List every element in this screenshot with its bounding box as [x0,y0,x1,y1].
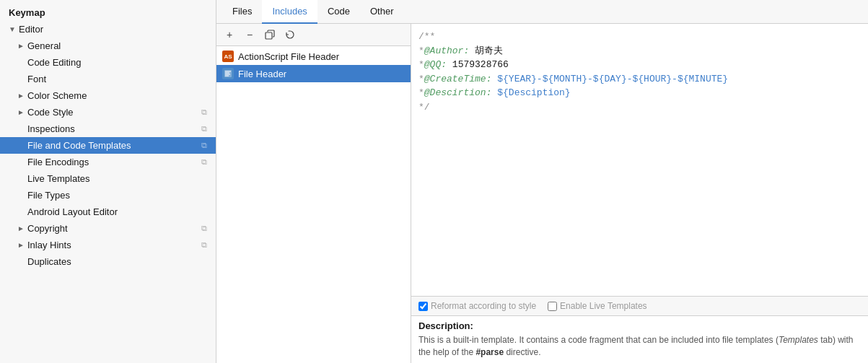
reformat-checkbox-group: Reformat according to style [418,301,536,311]
sidebar-item-color-scheme[interactable]: ► Color Scheme [0,87,216,104]
tab-other[interactable]: Other [360,0,404,24]
arrow-icon: ► [17,42,26,50]
code-line-6: */ [418,100,861,115]
description-text-3: directive. [504,347,540,357]
description-text-1: This is a built-in template. It contains… [418,335,779,345]
svg-rect-0 [266,32,272,39]
sidebar-item-label: Code Editing [27,57,81,68]
copy-icon: ⧉ [201,124,207,134]
arrow-icon [17,191,26,199]
arrow-icon [17,75,26,83]
copy-icon: ⧉ [201,141,207,150]
live-templates-label: Enable Live Templates [560,301,647,311]
sidebar-item-editor[interactable]: ▼ Editor [0,21,216,38]
arrow-icon: ► [17,92,26,100]
description-text: This is a built-in template. It contains… [418,334,861,359]
tab-code[interactable]: Code [317,0,360,24]
remove-button[interactable]: − [241,27,258,43]
sidebar-item-label: Copyright [27,223,68,234]
template-item-label: ActionScript File Header [238,51,339,62]
tab-includes[interactable]: Includes [262,0,317,24]
sidebar-item-label: File Types [27,190,70,201]
code-line-5: *@Descirtion: ${Desciption} [418,86,861,100]
template-item-label: File Header [238,69,286,79]
sidebar-item-label: File Encodings [27,157,89,167]
sidebar-item-label: Code Style [27,107,74,118]
sidebar-item-label: Editor [19,24,43,35]
template-item-file-header[interactable]: File Header [216,65,411,82]
reset-button[interactable] [281,27,299,43]
description-title: Description: [418,320,861,331]
toolbar: + − [216,24,411,46]
sidebar-item-label: Live Templates [27,173,89,184]
sidebar-item-android-layout-editor[interactable]: Android Layout Editor [0,204,216,220]
arrow-icon [17,125,26,133]
sidebar-item-code-style[interactable]: ► Code Style ⧉ [0,104,216,121]
code-editor[interactable]: /** *@Author: 胡奇夫 *@QQ: 1579328766 *@Cre… [411,24,868,297]
sidebar-item-label: Inlay Hints [27,240,71,250]
sidebar-item-file-types[interactable]: File Types [0,187,216,204]
sidebar-item-label: Font [27,74,46,84]
sidebar-item-label: Duplicates [27,256,71,267]
content-pane: + − AS ActionScri [216,24,868,363]
editor-footer: Reformat according to style Enable Live … [411,297,868,316]
copy-icon: ⧉ [201,224,207,233]
template-list: AS ActionScript File Header File Header [216,46,411,363]
code-line-4: *@CreateTime: ${YEAR}-${MONTH}-${DAY}-${… [418,72,861,87]
template-item-actionscript[interactable]: AS ActionScript File Header [216,48,411,65]
tab-bar: Files Includes Code Other [216,0,868,24]
arrow-icon [17,141,26,149]
description-templates-italic: Templates [779,335,818,345]
template-list-panel: + − AS ActionScri [216,24,411,363]
description-panel: Description: This is a built-in template… [411,316,868,363]
sidebar-item-label: File and Code Templates [27,140,131,151]
editor-panel: /** *@Author: 胡奇夫 *@QQ: 1579328766 *@Cre… [411,24,868,363]
copy-icon: ⧉ [201,157,207,167]
sidebar-item-file-encodings[interactable]: File Encodings ⧉ [0,154,216,170]
sidebar-item-duplicates[interactable]: Duplicates [0,253,216,270]
arrow-icon: ▼ [9,25,17,33]
sidebar-item-font[interactable]: Font [0,71,216,87]
arrow-icon: ► [17,224,26,232]
main-panel: Files Includes Code Other + − [216,0,868,363]
code-line-3: *@QQ: 1579328766 [418,58,861,72]
arrow-icon: ► [17,108,26,116]
sidebar-item-inlay-hints[interactable]: ► Inlay Hints ⧉ [0,237,216,253]
code-line-1: /** [418,30,861,44]
sidebar-item-copyright[interactable]: ► Copyright ⧉ [0,220,216,237]
sidebar-item-inspections[interactable]: Inspections ⧉ [0,121,216,137]
copy-icon: ⧉ [201,108,207,117]
sidebar-item-label: Inspections [27,123,75,134]
sidebar-item-file-and-code-templates[interactable]: File and Code Templates ⧉ [0,137,216,154]
arrow-icon [17,258,26,266]
actionscript-icon: AS [222,51,234,62]
live-templates-checkbox[interactable] [548,302,557,311]
file-header-icon [222,68,234,79]
sidebar-item-live-templates[interactable]: Live Templates [0,170,216,187]
arrow-icon [17,58,26,66]
sidebar-title: Keymap [0,3,216,21]
sidebar-item-code-editing[interactable]: Code Editing [0,54,216,71]
arrow-icon [17,175,26,183]
copy-icon: ⧉ [201,240,207,250]
tab-files[interactable]: Files [222,0,262,24]
reformat-label: Reformat according to style [431,301,536,311]
sidebar-item-general[interactable]: ► General [0,38,216,54]
reformat-checkbox[interactable] [418,302,428,311]
copy-button[interactable] [261,27,279,43]
sidebar-item-label: General [27,40,61,51]
add-button[interactable]: + [221,27,238,43]
arrow-icon: ► [17,241,26,249]
sidebar: Keymap ▼ Editor ► General Code Editing F… [0,0,216,363]
arrow-icon [17,208,26,216]
code-line-2: *@Author: 胡奇夫 [418,44,861,58]
sidebar-item-label: Android Layout Editor [27,206,118,217]
live-templates-checkbox-group: Enable Live Templates [548,301,647,311]
sidebar-item-label: Color Scheme [27,90,87,101]
description-parse-bold: #parse [475,347,504,357]
arrow-icon [17,158,26,166]
